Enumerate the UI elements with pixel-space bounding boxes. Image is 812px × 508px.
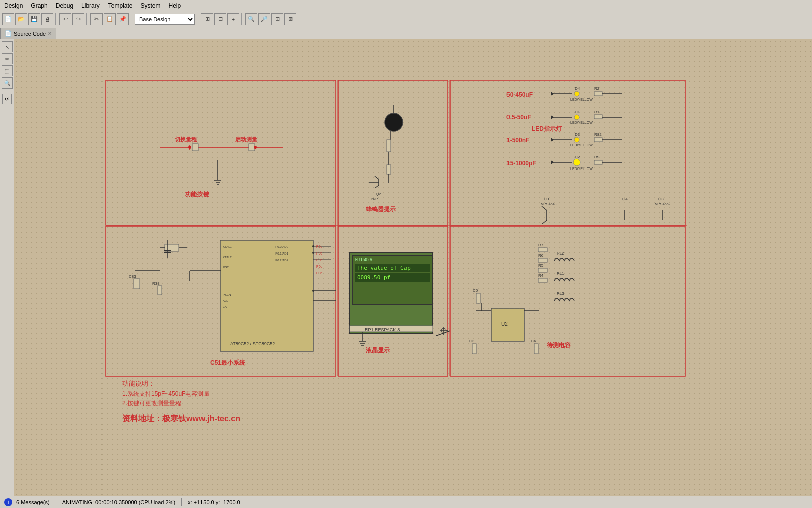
label-range-05-50: 0.5-50uF (506, 114, 531, 121)
menu-design[interactable]: Design (0, 1, 27, 10)
lcd-model: HJ1602A (355, 258, 430, 264)
label-range-50-450: 50-450uF (506, 91, 533, 98)
rp1-label: RP1 RESPACK-8 (365, 327, 400, 332)
svg-rect-27 (387, 165, 391, 174)
svg-text:EA: EA (223, 305, 227, 308)
svg-point-22 (385, 113, 403, 131)
svg-line-30 (375, 176, 379, 179)
lcd-line2: 0089.50 pf (355, 273, 430, 282)
svg-line-125 (436, 331, 450, 336)
main-layout: ↖ ✏ ⬚ 🔍 S (0, 39, 812, 496)
svg-text:C4: C4 (531, 338, 536, 343)
label-func-buttons: 功能按键 (185, 190, 209, 199)
status-icon: i (4, 498, 12, 506)
website-link: 资料地址：极寒钛www.jh-tec.cn (122, 414, 240, 425)
svg-text:P0.2/AD2: P0.2/AD2 (275, 259, 288, 262)
tb-print[interactable]: 🖨 (41, 13, 53, 25)
svg-line-31 (375, 185, 379, 188)
svg-text:R4: R4 (538, 273, 544, 278)
tb-zoom-in[interactable]: 🔍 (245, 13, 257, 25)
toolbar: 📄 📂 💾 🖨 ↩ ↪ ✂ 📋 📌 Base Design ⊞ ⊟ + 🔍 🔎 … (0, 11, 812, 27)
svg-rect-37 (594, 92, 602, 96)
menu-help[interactable]: Help (165, 1, 185, 10)
tb-paste[interactable]: 📌 (117, 13, 129, 25)
svg-marker-62 (551, 160, 554, 164)
svg-point-128 (441, 328, 446, 333)
svg-text:R33: R33 (152, 281, 160, 286)
svg-point-45 (574, 137, 579, 142)
sidebar-pencil[interactable]: ✏ (2, 53, 13, 64)
svg-text:LED/YELLOW: LED/YELLOW (570, 143, 593, 147)
label-cap: 待测电容 (547, 341, 571, 350)
tb-grid2[interactable]: ⊟ (214, 13, 226, 25)
sidebar-zoom[interactable]: 🔍 (2, 77, 13, 89)
tb-redo[interactable]: ↪ (72, 13, 84, 25)
tb-open[interactable]: 📂 (15, 13, 27, 25)
svg-rect-110 (538, 258, 547, 262)
tb-grid[interactable]: ⊞ (201, 13, 213, 25)
svg-rect-88 (134, 279, 140, 289)
svg-point-50 (573, 159, 580, 166)
svg-text:RL2: RL2 (557, 251, 564, 256)
tb-undo[interactable]: ↩ (59, 13, 71, 25)
menu-library[interactable]: Library (77, 1, 104, 10)
menu-system[interactable]: System (136, 1, 164, 10)
svg-text:LED/YELLOW: LED/YELLOW (570, 121, 593, 124)
svg-rect-86 (158, 286, 162, 295)
label-buzzer: 蜂鸣器提示 (366, 205, 396, 214)
info-area: 功能说明： 1.系统支持15pF~450uF电容测量 2.按键可更改测量量程 (122, 379, 210, 408)
svg-line-94 (542, 206, 547, 210)
tb-zoom-fit[interactable]: ⊡ (271, 13, 283, 25)
svg-rect-114 (491, 308, 524, 341)
svg-point-143 (312, 245, 314, 247)
svg-marker-61 (551, 138, 554, 142)
menu-bar: Design Graph Debug Library Template Syst… (0, 0, 812, 11)
svg-text:R1: R1 (594, 110, 600, 114)
svg-text:D1: D1 (575, 110, 580, 114)
sep4 (197, 13, 199, 25)
svg-text:R82: R82 (594, 132, 602, 137)
design-dropdown[interactable]: Base Design (135, 14, 195, 25)
tb-save[interactable]: 💾 (28, 13, 40, 25)
sidebar-arrow[interactable]: ↖ (2, 41, 13, 52)
svg-text:P0.1/AD1: P0.1/AD1 (275, 252, 288, 255)
svg-text:PNP: PNP (371, 197, 378, 201)
tb-cut[interactable]: ✂ (90, 13, 103, 25)
svg-rect-2 (450, 80, 685, 225)
svg-text:MPSA643: MPSA643 (541, 202, 557, 206)
sidebar-select[interactable]: ⬚ (2, 65, 13, 76)
tb-zoom-out[interactable]: 🔎 (258, 13, 270, 25)
status-coords: x: +1150.0 y: -1700.0 (188, 499, 240, 505)
svg-text:Q4: Q4 (622, 197, 628, 201)
tb-new[interactable]: 📄 (2, 13, 14, 25)
tb-copy[interactable]: 📋 (104, 13, 116, 25)
tab-sourcecode-icon: 📄 (5, 30, 12, 37)
svg-text:P0.0/AD0: P0.0/AD0 (275, 245, 288, 248)
svg-text:D4: D4 (575, 86, 580, 91)
menu-graph[interactable]: Graph (27, 1, 51, 10)
svg-text:XTAL2: XTAL2 (223, 256, 232, 259)
menu-debug[interactable]: Debug (52, 1, 77, 10)
status-messages: 6 Message(s) (16, 499, 50, 505)
mcu-label: AT89C52 / STC89C52 (230, 341, 275, 346)
menu-template[interactable]: Template (104, 1, 137, 10)
lcd-line1: The value of Cap (355, 264, 430, 272)
canvas-area[interactable]: Q2 PNP LED/YELLOW R2 D4 LED/YELLOW R1 D1… (14, 39, 812, 496)
label-range-15-1000: 15-1000pF (506, 160, 536, 167)
svg-text:C5: C5 (473, 288, 478, 293)
svg-text:RL1: RL1 (557, 271, 564, 276)
svg-rect-67 (220, 240, 313, 351)
tab-sourcecode-close[interactable]: ✕ (48, 31, 52, 36)
label-switch-range: 切换量程 (175, 136, 197, 143)
svg-marker-60 (551, 115, 554, 119)
svg-text:LED/YELLOW: LED/YELLOW (570, 98, 593, 101)
tab-bar: 📄 Source Code ✕ (0, 27, 812, 39)
svg-text:R9: R9 (594, 155, 600, 159)
svg-text:RST: RST (223, 266, 229, 269)
tb-add[interactable]: + (227, 13, 239, 25)
tab-sourcecode[interactable]: 📄 Source Code ✕ (0, 28, 56, 39)
sep3 (131, 13, 133, 25)
tb-zoom-area[interactable]: ⊠ (284, 13, 296, 25)
sep5 (241, 13, 243, 25)
sidebar-tab-s[interactable]: S (2, 94, 12, 104)
